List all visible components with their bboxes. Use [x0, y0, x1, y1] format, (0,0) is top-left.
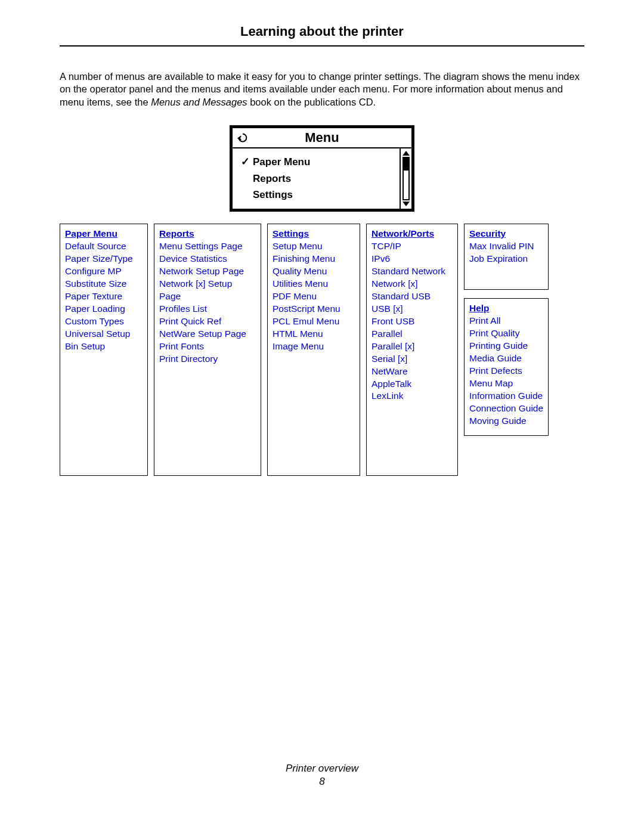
scroll-thumb	[404, 158, 408, 171]
menu-link[interactable]: Job Expiration	[469, 253, 543, 265]
scroll-up-icon	[402, 151, 410, 156]
menu-link[interactable]: Standard Network	[371, 265, 453, 278]
menu-link[interactable]: Image Menu	[273, 340, 355, 353]
menu-link[interactable]: Finishing Menu	[273, 253, 355, 265]
check-icon: ✓	[237, 153, 253, 171]
lcd-menu-list: ✓ Paper Menu Reports Settings	[233, 148, 400, 209]
menu-index-table: Paper Menu Default Source Paper Size/Typ…	[60, 224, 584, 475]
menu-link[interactable]: PostScript Menu	[273, 303, 355, 315]
menu-link[interactable]: Print All	[469, 315, 543, 327]
menu-link[interactable]: Print Quick Ref	[159, 315, 256, 328]
menu-link[interactable]: NetWare	[371, 366, 453, 378]
menu-link[interactable]: AppleTalk	[371, 378, 453, 391]
menu-link[interactable]: Serial [x]	[371, 353, 453, 366]
col-head[interactable]: Reports	[159, 228, 256, 240]
menu-link[interactable]: Substitute Size	[65, 278, 143, 290]
menu-link[interactable]: Media Guide	[469, 352, 543, 365]
menu-link[interactable]: Print Fonts	[159, 340, 256, 353]
menu-link[interactable]: Network [x] Setup Page	[159, 278, 256, 303]
back-icon	[233, 131, 253, 144]
menu-link[interactable]: Parallel	[371, 328, 453, 340]
menu-link[interactable]: Connection Guide	[469, 402, 543, 415]
menu-link[interactable]: Utilities Menu	[273, 278, 355, 290]
col-help: Help Print All Print Quality Printing Gu…	[464, 298, 549, 436]
lcd-scrollbar	[400, 148, 411, 209]
menu-link[interactable]: USB [x]	[371, 303, 453, 315]
col-head[interactable]: Settings	[273, 228, 355, 240]
menu-link[interactable]: Paper Texture	[65, 290, 143, 303]
menu-link[interactable]: Network [x]	[371, 278, 453, 290]
footer-section: Printer overview	[60, 762, 584, 775]
menu-link[interactable]: Configure MP	[65, 265, 143, 278]
menu-link[interactable]: Network Setup Page	[159, 265, 256, 278]
menu-link[interactable]: Setup Menu	[273, 240, 355, 253]
col-settings: Settings Setup Menu Finishing Menu Quali…	[267, 224, 360, 475]
menu-link[interactable]: Print Quality	[469, 327, 543, 340]
menu-link[interactable]: Menu Map	[469, 377, 543, 390]
intro-text-2: book on the publications CD.	[247, 97, 376, 107]
intro-italic: Menus and Messages	[151, 97, 247, 107]
menu-link[interactable]: Quality Menu	[273, 265, 355, 278]
menu-link[interactable]: NetWare Setup Page	[159, 328, 256, 340]
footer-page-number: 8	[60, 775, 584, 788]
col-paper-menu: Paper Menu Default Source Paper Size/Typ…	[60, 224, 148, 475]
menu-link[interactable]: Device Statistics	[159, 253, 256, 265]
menu-link[interactable]: Moving Guide	[469, 415, 543, 428]
menu-link[interactable]: Print Defects	[469, 365, 543, 377]
lcd-menu-item: Settings	[237, 187, 395, 203]
page-title: Learning about the printer	[240, 24, 404, 45]
col-head[interactable]: Network/Ports	[371, 228, 453, 240]
scroll-track	[402, 157, 410, 200]
menu-link[interactable]: Paper Loading	[65, 303, 143, 315]
lcd-panel: Menu ✓ Paper Menu Reports Settings	[230, 125, 414, 212]
menu-link[interactable]: Information Guide	[469, 390, 543, 402]
menu-link[interactable]: Parallel [x]	[371, 340, 453, 353]
menu-link[interactable]: Menu Settings Page	[159, 240, 256, 253]
menu-link[interactable]: Print Directory	[159, 353, 256, 366]
menu-link[interactable]: Bin Setup	[65, 340, 143, 353]
lcd-menu-label: Settings	[253, 187, 293, 203]
page-footer: Printer overview 8	[60, 762, 584, 788]
menu-link[interactable]: Printing Guide	[469, 340, 543, 352]
menu-link[interactable]: Paper Size/Type	[65, 253, 143, 265]
col-head[interactable]: Security	[469, 228, 543, 240]
menu-link[interactable]: Default Source	[65, 240, 143, 253]
lcd-menu-item: Reports	[237, 171, 395, 187]
menu-link[interactable]: HTML Menu	[273, 328, 355, 340]
title-divider	[60, 45, 584, 47]
lcd-title: Menu	[253, 130, 411, 145]
lcd-menu-label: Reports	[253, 171, 291, 187]
col-head[interactable]: Help	[469, 302, 543, 315]
menu-link[interactable]: Max Invalid PIN	[469, 240, 543, 253]
menu-link[interactable]: PCL Emul Menu	[273, 315, 355, 328]
menu-link[interactable]: Universal Setup	[65, 328, 143, 340]
menu-link[interactable]: Custom Types	[65, 315, 143, 328]
menu-link[interactable]: Profiles List	[159, 303, 256, 315]
menu-link[interactable]: LexLink	[371, 390, 453, 402]
menu-link[interactable]: TCP/IP	[371, 240, 453, 253]
lcd-menu-label: Paper Menu	[253, 154, 310, 170]
menu-link[interactable]: Standard USB	[371, 290, 453, 303]
lcd-menu-item: ✓ Paper Menu	[237, 153, 395, 171]
scroll-down-icon	[402, 202, 410, 206]
col-network-ports: Network/Ports TCP/IP IPv6 Standard Netwo…	[366, 224, 458, 475]
col-security: Security Max Invalid PIN Job Expiration	[464, 224, 549, 290]
intro-paragraph: A number of menus are available to make …	[60, 70, 584, 109]
menu-link[interactable]: IPv6	[371, 253, 453, 265]
menu-link[interactable]: PDF Menu	[273, 290, 355, 303]
menu-link[interactable]: Front USB	[371, 315, 453, 328]
col-reports: Reports Menu Settings Page Device Statis…	[154, 224, 261, 475]
col-head[interactable]: Paper Menu	[65, 228, 143, 240]
